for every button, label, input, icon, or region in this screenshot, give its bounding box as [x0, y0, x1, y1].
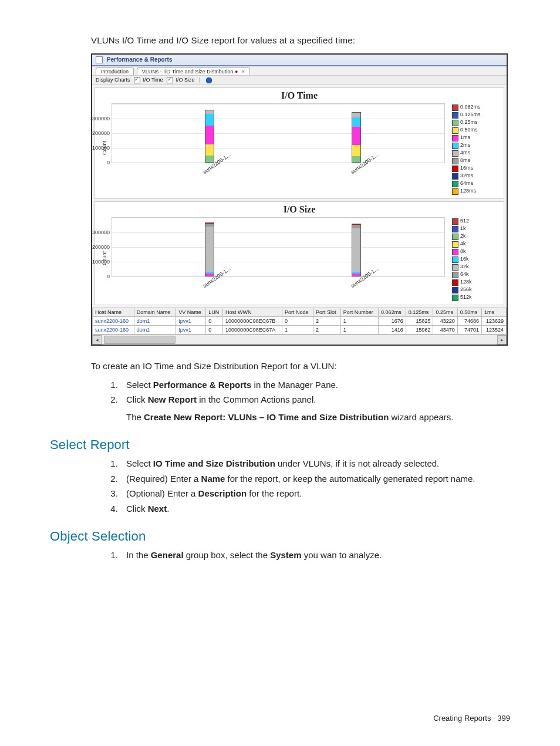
- cell: sunx2200-160: [93, 317, 134, 326]
- col-header[interactable]: Domain Name: [134, 308, 176, 317]
- cell: 0: [206, 326, 223, 335]
- chart-toolbar: Display Charts I/O Time I/O Size |: [92, 75, 507, 85]
- scroll-right-icon[interactable]: ▸: [497, 335, 507, 345]
- cell: 10000000C98EC67B: [223, 317, 282, 326]
- cell: 123629: [482, 317, 507, 326]
- checkbox-io-size-label: I/O Size: [176, 77, 195, 83]
- cell: 1676: [379, 317, 406, 326]
- select-report-list: Select IO Time and Size Distribution und…: [91, 456, 510, 516]
- y-tick: 100000: [87, 259, 110, 265]
- cell: 43220: [433, 317, 457, 326]
- list-item: Click New Report in the Common Actions p…: [120, 392, 510, 424]
- chart-io-size: I/O Size Count 0 100000 200000 300000 su…: [95, 201, 504, 305]
- col-header[interactable]: Port Slot: [313, 308, 341, 317]
- cell: 10000000C98EC67A: [223, 326, 282, 335]
- cell: dom1: [134, 317, 176, 326]
- chart-legend: 512 1k 2k 4k 8k 16k 32k 64k 128k 256k 51…: [447, 215, 501, 301]
- cell: tpvv1: [176, 317, 206, 326]
- cell: 1: [340, 326, 378, 335]
- window-titlebar: Performance & Reports: [92, 55, 507, 66]
- col-header[interactable]: Host WWN: [223, 308, 282, 317]
- cell: 1: [340, 317, 378, 326]
- col-header[interactable]: Port Number: [340, 308, 378, 317]
- table-row[interactable]: sunx2200-160 dom1 tpvv1 0 10000000C98EC6…: [93, 326, 507, 335]
- list-item: In the General group box, select the Sys…: [120, 548, 510, 563]
- y-tick: 300000: [87, 229, 110, 235]
- info-dot-icon[interactable]: [206, 77, 212, 83]
- page-footer: Creating Reports 399: [433, 714, 510, 723]
- checkbox-io-size[interactable]: [167, 77, 173, 83]
- cell: 0: [206, 317, 223, 326]
- window-title: Performance & Reports: [107, 56, 173, 63]
- section-object-selection: Object Selection: [50, 529, 510, 544]
- cell: 0: [282, 317, 313, 326]
- cell: 123524: [482, 326, 507, 335]
- record-dot-icon: ●: [235, 69, 238, 75]
- table-row[interactable]: sunx2200-160 dom1 tpvv1 0 10000000C98EC6…: [93, 317, 507, 326]
- y-tick: 300000: [87, 116, 110, 121]
- list-item: (Required) Enter a Name for the report, …: [120, 471, 510, 487]
- chart-legend: 0.062ms 0.125ms 0.25ms 0.50ms 1ms 2ms 4m…: [447, 101, 501, 195]
- chart-plot-area: 0 100000 200000 300000: [112, 103, 445, 163]
- intro-caption: VLUNs I/O Time and I/O Size report for v…: [91, 35, 510, 45]
- chart-bar: [205, 222, 214, 276]
- col-header[interactable]: LUN: [206, 308, 223, 317]
- list-item: Click Next.: [120, 501, 510, 517]
- col-header[interactable]: Host Name: [93, 308, 134, 317]
- chart-title: I/O Size: [97, 204, 501, 215]
- list-item: Select Performance & Reports in the Mana…: [120, 377, 510, 393]
- tab-introduction[interactable]: Introduction: [96, 67, 134, 75]
- col-header[interactable]: Port Node: [282, 308, 313, 317]
- y-tick: 0: [87, 274, 110, 279]
- cell: 43470: [433, 326, 457, 335]
- cell: tpvv1: [176, 326, 206, 335]
- list-item: (Optional) Enter a Description for the r…: [120, 486, 510, 501]
- toolbar-separator: |: [198, 77, 200, 83]
- col-header[interactable]: 1ms: [482, 308, 507, 317]
- table-header-row: Host Name Domain Name VV Name LUN Host W…: [93, 308, 507, 317]
- window-icon: [96, 56, 103, 63]
- chart-plot-area: 0 100000 200000 300000: [112, 217, 445, 277]
- x-axis-labels: sunx2200-1... sunx2200-1...: [112, 277, 447, 296]
- x-axis-labels: sunx2200-1... sunx2200-1...: [112, 163, 447, 182]
- display-charts-label: Display Charts: [96, 77, 130, 83]
- section-select-report: Select Report: [50, 437, 510, 453]
- cell: 2: [313, 317, 341, 326]
- col-header[interactable]: 0.25ms: [433, 308, 457, 317]
- cell: dom1: [134, 326, 176, 335]
- cell: 15825: [406, 317, 433, 326]
- list-item: Select IO Time and Size Distribution und…: [120, 456, 510, 471]
- col-header[interactable]: 0.50ms: [457, 308, 481, 317]
- horizontal-scrollbar[interactable]: ◂ ▸: [92, 335, 507, 345]
- y-tick: 200000: [87, 130, 110, 136]
- cell: 1416: [379, 326, 406, 335]
- data-table: Host Name Domain Name VV Name LUN Host W…: [92, 308, 507, 335]
- tab-strip: Introduction VLUNs - I/O Time and Size D…: [92, 66, 507, 75]
- y-tick: 0: [87, 160, 110, 166]
- cell: 15962: [406, 326, 433, 335]
- col-header[interactable]: 0.062ms: [379, 308, 406, 317]
- y-tick: 200000: [87, 244, 110, 250]
- footer-label: Creating Reports: [433, 714, 491, 723]
- y-axis-label: Count: [97, 215, 112, 301]
- chart-bar: [205, 110, 214, 163]
- cell: sunx2200-160: [93, 326, 134, 335]
- checkbox-io-time-label: I/O Time: [143, 77, 163, 83]
- screenshot-panel: Performance & Reports Introduction VLUNs…: [91, 53, 508, 346]
- col-header[interactable]: VV Name: [176, 308, 206, 317]
- data-table-wrapper: Host Name Domain Name VV Name LUN Host W…: [92, 308, 507, 335]
- cell: 74701: [457, 326, 481, 335]
- checkbox-io-time[interactable]: [134, 77, 140, 83]
- chart-bar: [352, 112, 361, 163]
- tab-vluns[interactable]: VLUNs - I/O Time and Size Distribution ●…: [137, 67, 250, 75]
- chart-io-time: I/O Time Count 0 100000 200000 300000: [95, 87, 504, 199]
- col-header[interactable]: 0.125ms: [406, 308, 433, 317]
- chart-title: I/O Time: [97, 90, 501, 101]
- instructions-intro: To create an IO Time and Size Distributi…: [91, 359, 510, 374]
- scroll-thumb[interactable]: [104, 336, 176, 344]
- instructions-list: Select Performance & Reports in the Mana…: [91, 377, 510, 425]
- chart-bar: [352, 224, 361, 276]
- close-icon[interactable]: ×: [242, 69, 245, 75]
- tab-label: Introduction: [101, 69, 129, 75]
- scroll-left-icon[interactable]: ◂: [92, 335, 102, 345]
